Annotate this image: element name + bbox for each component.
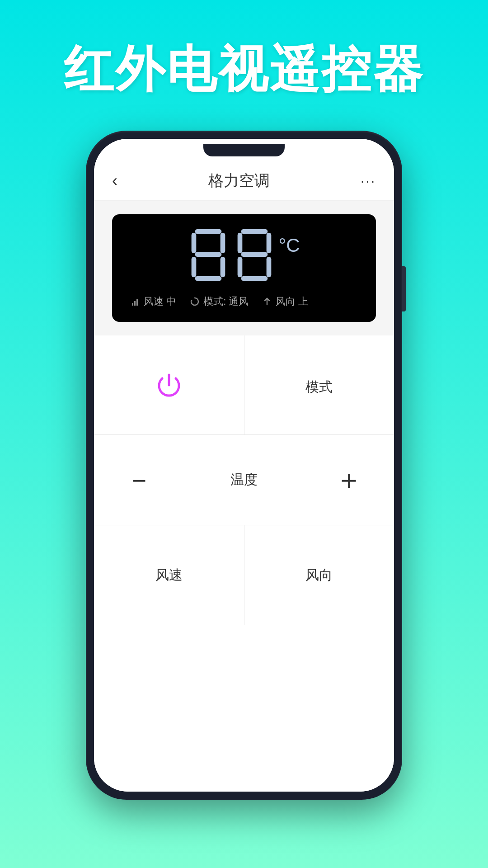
notch-bar bbox=[203, 144, 285, 156]
status-row: 风速 中 模式: 通风 风向 上 bbox=[130, 295, 358, 308]
mode-text: 模式: 通风 bbox=[203, 295, 249, 308]
temperature-unit: °C bbox=[278, 235, 300, 256]
digit-container bbox=[188, 228, 275, 282]
digit-left bbox=[188, 228, 229, 282]
svg-rect-8 bbox=[238, 233, 243, 253]
wind-speed-button[interactable]: 风速 bbox=[94, 525, 244, 625]
more-button[interactable]: ··· bbox=[361, 173, 376, 189]
temp-increase-button[interactable]: ＋ bbox=[331, 462, 367, 498]
phone-screen: ‹ 格力空调 ··· bbox=[94, 139, 394, 792]
svg-rect-2 bbox=[221, 233, 225, 253]
mode-icon bbox=[190, 297, 200, 307]
display-panel: °C 风速 中 模式: 通风 bbox=[112, 214, 376, 322]
wind-speed-icon bbox=[130, 297, 140, 307]
mode-label: 模式 bbox=[305, 378, 333, 396]
temperature-display: °C bbox=[130, 228, 358, 282]
svg-rect-1 bbox=[192, 233, 197, 253]
phone-frame: ‹ 格力空调 ··· bbox=[86, 131, 402, 800]
svg-rect-15 bbox=[134, 301, 136, 306]
svg-rect-13 bbox=[241, 276, 268, 281]
nav-bar: ‹ 格力空调 ··· bbox=[94, 161, 394, 201]
wind-direction-button[interactable]: 风向 bbox=[244, 525, 394, 625]
direction-icon bbox=[262, 297, 272, 307]
svg-rect-16 bbox=[136, 299, 138, 306]
nav-title: 格力空调 bbox=[208, 170, 270, 191]
power-button[interactable] bbox=[94, 335, 244, 434]
svg-rect-6 bbox=[195, 276, 222, 281]
svg-rect-9 bbox=[267, 233, 272, 253]
temp-label: 温度 bbox=[230, 471, 258, 489]
wind-speed-label: 风速 bbox=[155, 566, 183, 585]
wind-row: 风速 风向 bbox=[94, 525, 394, 625]
wind-speed-text: 风速 中 bbox=[144, 295, 176, 308]
app-title: 红外电视遥控器 bbox=[64, 36, 424, 104]
phone-notch bbox=[94, 139, 394, 161]
mode-button[interactable]: 模式 bbox=[244, 335, 394, 434]
temp-decrease-button[interactable]: － bbox=[121, 462, 157, 498]
svg-rect-10 bbox=[241, 252, 268, 257]
svg-rect-14 bbox=[132, 303, 133, 306]
temperature-row: － 温度 ＋ bbox=[94, 435, 394, 525]
direction-text: 风向 上 bbox=[276, 295, 308, 308]
back-button[interactable]: ‹ bbox=[112, 171, 117, 190]
svg-rect-12 bbox=[267, 257, 272, 277]
digit-right bbox=[234, 228, 275, 282]
svg-rect-7 bbox=[241, 229, 268, 234]
svg-rect-0 bbox=[195, 229, 222, 234]
wind-speed-status: 风速 中 bbox=[130, 295, 176, 308]
mode-status: 模式: 通风 bbox=[190, 295, 249, 308]
wind-direction-label: 风向 bbox=[305, 566, 333, 585]
controls-area: 模式 － 温度 ＋ 风速 风向 bbox=[94, 335, 394, 792]
svg-rect-11 bbox=[238, 257, 243, 277]
direction-status: 风向 上 bbox=[262, 295, 308, 308]
svg-rect-3 bbox=[195, 252, 222, 257]
power-icon bbox=[153, 369, 185, 401]
svg-rect-4 bbox=[192, 257, 197, 277]
svg-rect-5 bbox=[221, 257, 225, 277]
side-button bbox=[402, 266, 406, 311]
power-mode-row: 模式 bbox=[94, 335, 394, 435]
